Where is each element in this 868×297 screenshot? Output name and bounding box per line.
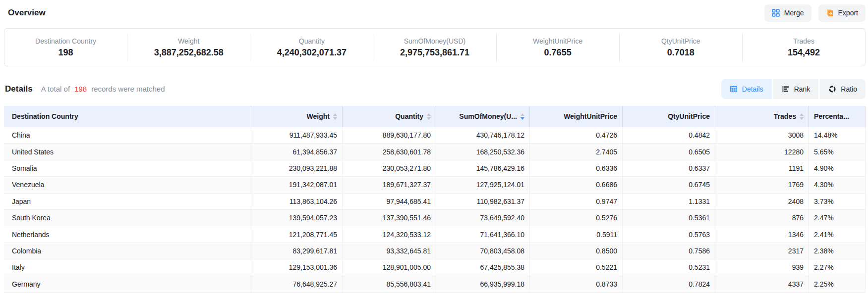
- cell-sumofmoney-u: 73,649,592.40: [436, 210, 530, 226]
- summary-prefix: A total of: [41, 85, 70, 93]
- cell-sumofmoney-u: 430,746,178.12: [436, 127, 530, 143]
- cell-weight: 191,342,087.01: [251, 177, 343, 193]
- cell-weight: 230,093,221.88: [251, 160, 343, 176]
- details-bar: Details A total of 198 records were matc…: [5, 79, 866, 99]
- donut-chart-icon: [828, 85, 836, 93]
- cell-percenta: 5.65%: [809, 144, 866, 159]
- cell-quantity: 128,901,005.00: [343, 259, 436, 275]
- merge-button-label: Merge: [784, 9, 804, 17]
- stat-trades: Trades154,492: [742, 34, 865, 61]
- cell-weight: 61,394,856.37: [251, 144, 343, 159]
- tab-details[interactable]: Details: [721, 79, 772, 99]
- view-switcher: Details Rank: [721, 79, 866, 99]
- cell-trades: 12280: [715, 144, 809, 159]
- cell-percenta: 4.90%: [809, 160, 866, 176]
- stat-label: Weight: [178, 38, 199, 45]
- stat-label: SumOfMoney(USD): [404, 38, 465, 45]
- cell-percenta: 2.25%: [809, 276, 866, 292]
- sort-icon: [800, 113, 804, 120]
- column-header-quantity[interactable]: Quantity: [343, 106, 436, 127]
- cell-weightunitprice: 0.5221: [530, 259, 623, 275]
- cell-percenta: 2.47%: [809, 210, 866, 226]
- page: Overview Merge: [0, 0, 868, 293]
- cell-weight: 139,594,057.23: [251, 210, 343, 226]
- table-row-somalia: Somalia230,093,221.88230,053,271.80145,7…: [4, 160, 866, 177]
- cell-weightunitprice: 0.6336: [530, 160, 623, 176]
- cell-sumofmoney-u: 66,935,999.18: [436, 276, 530, 292]
- cell-percenta: 3.73%: [809, 194, 866, 209]
- cell-quantity: 137,390,551.46: [343, 210, 436, 226]
- cell-trades: 1346: [715, 226, 809, 242]
- cell-destination-country: Germany: [4, 276, 251, 292]
- cell-destination-country: United States: [4, 144, 251, 159]
- cell-weightunitprice: 0.4726: [530, 127, 623, 143]
- tab-ratio[interactable]: Ratio: [820, 79, 866, 99]
- cell-trades: 2317: [715, 243, 809, 259]
- merge-button[interactable]: Merge: [764, 4, 811, 22]
- cell-trades: 1769: [715, 177, 809, 193]
- table-icon: [730, 85, 738, 93]
- summary-suffix: records were matched: [91, 85, 165, 93]
- cell-trades: 2408: [715, 194, 809, 209]
- sort-icon: [521, 113, 524, 120]
- column-label: Destination Country: [12, 112, 78, 120]
- table-row-united-states: United States61,394,856.37258,630,601.78…: [4, 144, 866, 160]
- stat-value: 198: [58, 48, 73, 57]
- cell-quantity: 124,320,533.12: [343, 226, 436, 242]
- stat-label: WeightUnitPrice: [533, 38, 582, 45]
- stat-value: 0.7655: [544, 48, 572, 57]
- details-heading-group: Details A total of 198 records were matc…: [5, 84, 165, 94]
- column-header-weight[interactable]: Weight: [251, 106, 343, 127]
- cell-trades: 939: [715, 259, 809, 275]
- cell-qtyunitprice: 0.7824: [623, 276, 715, 292]
- cell-weightunitprice: 0.8733: [530, 276, 623, 292]
- cell-weightunitprice: 0.8500: [530, 243, 623, 259]
- cell-trades: 876: [715, 210, 809, 226]
- cell-qtyunitprice: 0.4842: [623, 127, 715, 143]
- cell-destination-country: Italy: [4, 259, 251, 275]
- cell-weightunitprice: 0.5276: [530, 210, 623, 226]
- cell-weight: 911,487,933.45: [251, 127, 343, 143]
- bar-chart-icon: [782, 85, 790, 93]
- cell-weightunitprice: 0.5911: [530, 226, 623, 242]
- topbar-actions: Merge Export: [764, 4, 866, 22]
- cell-weight: 76,648,925.27: [251, 276, 343, 292]
- cell-sumofmoney-u: 67,425,855.38: [436, 259, 530, 275]
- table-row-colombia: Colombia83,299,617.8193,332,645.8170,803…: [4, 243, 866, 259]
- cell-percenta: 2.27%: [809, 259, 866, 275]
- column-label: WeightUnitPrice: [564, 112, 617, 120]
- column-label: SumOfMoney(U...: [459, 112, 517, 120]
- column-label: QtyUnitPrice: [668, 112, 710, 120]
- records-summary: A total of 198 records were matched: [41, 85, 165, 93]
- details-title: Details: [5, 84, 33, 94]
- stat-label: Destination Country: [35, 38, 96, 45]
- column-header-percenta: Percenta...: [809, 106, 866, 127]
- tab-ratio-label: Ratio: [841, 85, 857, 93]
- cell-destination-country: China: [4, 127, 251, 143]
- column-header-destination-country: Destination Country: [4, 106, 251, 127]
- stat-destination-country: Destination Country198: [4, 34, 127, 61]
- cell-qtyunitprice: 1.1331: [623, 194, 715, 209]
- cell-quantity: 85,556,803.41: [343, 276, 436, 292]
- export-icon: [826, 9, 834, 17]
- cell-quantity: 889,630,177.80: [343, 127, 436, 143]
- cell-weightunitprice: 0.9747: [530, 194, 623, 209]
- cell-destination-country: Colombia: [4, 243, 251, 259]
- tab-details-label: Details: [742, 85, 763, 93]
- stat-value: 0.7018: [667, 48, 694, 57]
- cell-percenta: 2.38%: [809, 243, 866, 259]
- cell-sumofmoney-u: 110,982,631.37: [436, 194, 530, 209]
- column-header-sumofmoney-u[interactable]: SumOfMoney(U...: [436, 106, 530, 127]
- cell-weight: 113,863,104.26: [251, 194, 343, 209]
- stat-label: Trades: [793, 38, 814, 45]
- column-header-trades[interactable]: Trades: [715, 106, 809, 127]
- stat-sumofmoney-usd: SumOfMoney(USD)2,975,753,861.71: [373, 34, 496, 61]
- cell-sumofmoney-u: 71,641,366.10: [436, 226, 530, 242]
- column-header-qtyunitprice: QtyUnitPrice: [623, 106, 715, 127]
- table-body: China911,487,933.45889,630,177.80430,746…: [4, 127, 866, 293]
- tab-rank[interactable]: Rank: [773, 79, 819, 99]
- column-label: Quantity: [395, 112, 423, 120]
- export-button[interactable]: Export: [818, 4, 866, 22]
- table-row-venezuela: Venezuela191,342,087.01189,671,327.37127…: [4, 177, 866, 193]
- cell-weightunitprice: 0.6686: [530, 177, 623, 193]
